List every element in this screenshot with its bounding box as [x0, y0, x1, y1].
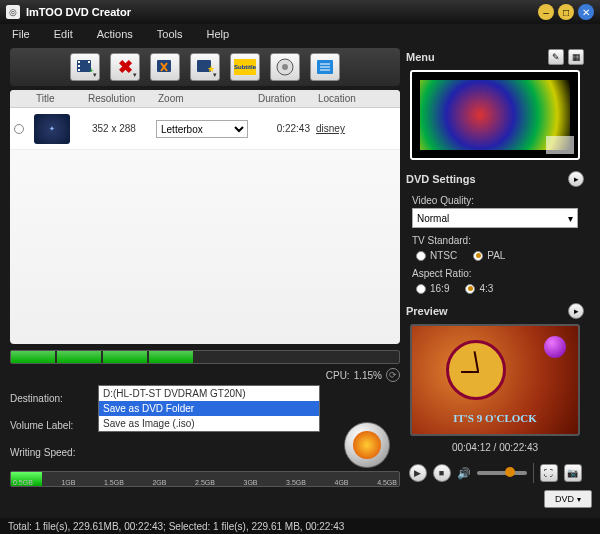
audio-button[interactable]	[270, 53, 300, 81]
time-elapsed: 00:04:12	[452, 442, 491, 453]
header-zoom[interactable]: Zoom	[152, 93, 252, 104]
delete-x-icon: ✖	[118, 56, 133, 78]
aspect-ratio-label: Aspect Ratio:	[412, 268, 584, 279]
play-button[interactable]: ▶	[409, 464, 427, 482]
video-list: Title Resolution Zoom Duration Location …	[10, 90, 400, 344]
svg-rect-2	[78, 65, 80, 67]
menu-edit-button[interactable]: ✎	[548, 49, 564, 65]
chevron-down-icon: ▾	[568, 213, 573, 224]
chevron-right-icon: ▸	[574, 174, 579, 184]
radio-ntsc[interactable]: NTSC	[416, 250, 457, 261]
list-item[interactable]: ✦ 352 x 288 Letterbox 0:22:43 disney	[10, 108, 400, 150]
burn-button[interactable]	[344, 422, 390, 468]
dropdown-option[interactable]: Save as Image (.iso)	[99, 416, 319, 431]
volume-label: Volume Label:	[10, 420, 98, 431]
dvd-settings-title: DVD Settings	[406, 173, 476, 185]
menu-actions[interactable]: Actions	[97, 28, 133, 40]
header-resolution[interactable]: Resolution	[82, 93, 152, 104]
header-title[interactable]: Title	[30, 93, 82, 104]
volume-slider[interactable]	[477, 471, 527, 475]
stop-button[interactable]: ■	[433, 464, 451, 482]
row-select-radio[interactable]	[14, 124, 24, 134]
remove-button[interactable]: ✖▾	[110, 53, 140, 81]
clip-button[interactable]	[150, 53, 180, 81]
video-preview[interactable]: IT'S 9 O'CLOCK	[410, 324, 580, 436]
list-icon	[315, 57, 335, 77]
progress-strip	[10, 350, 400, 364]
dropdown-option[interactable]: D:(HL-DT-ST DVDRAM GT20N)	[99, 386, 319, 401]
chevron-down-icon: ▾	[93, 71, 97, 79]
disc-type-select[interactable]: DVD▾	[544, 490, 592, 508]
effects-button[interactable]: ★▾	[190, 53, 220, 81]
app-title: ImTOO DVD Creator	[26, 6, 538, 18]
radio-pal[interactable]: PAL	[473, 250, 505, 261]
capacity-bar: 0.5GB 1GB 1.5GB 2GB 2.5GB 3GB 3.5GB 4GB …	[10, 471, 400, 487]
menu-templates-button[interactable]: ▦	[568, 49, 584, 65]
svg-point-10	[282, 64, 288, 70]
destination-label: Destination:	[10, 393, 98, 404]
snapshot-button[interactable]: 📷	[564, 464, 582, 482]
scissors-film-icon	[155, 57, 175, 77]
header-location[interactable]: Location	[312, 93, 392, 104]
time-total: 00:22:43	[499, 442, 538, 453]
titlebar: ◎ ImTOO DVD Creator – □ ✕	[0, 0, 600, 24]
cpu-value: 1.15%	[354, 370, 382, 381]
pencil-icon: ✎	[552, 52, 560, 62]
play-icon: ▶	[414, 468, 421, 478]
video-quality-select[interactable]: Normal ▾	[412, 208, 578, 228]
playback-controls: ▶ ■ 🔊 ⛶ 📷	[406, 463, 584, 483]
menu-help[interactable]: Help	[206, 28, 229, 40]
video-quality-label: Video Quality:	[412, 195, 584, 206]
menu-preview[interactable]	[410, 70, 580, 160]
menu-edit[interactable]: Edit	[54, 28, 73, 40]
app-icon: ◎	[6, 5, 20, 19]
clock-graphic	[446, 340, 506, 400]
chevron-down-icon: ▾	[133, 71, 137, 79]
expand-icon: ⛶	[544, 468, 553, 478]
camera-icon: 📷	[567, 468, 578, 478]
dropdown-option-selected[interactable]: Save as DVD Folder	[99, 401, 319, 416]
add-video-button[interactable]: +▾	[70, 53, 100, 81]
film-plus-icon: +	[75, 57, 95, 77]
preview-title: Preview	[406, 305, 448, 317]
cell-resolution: 352 x 288	[86, 123, 156, 134]
header-duration[interactable]: Duration	[252, 93, 312, 104]
menu-thumb-icon	[546, 136, 574, 154]
list-header: Title Resolution Zoom Duration Location	[10, 90, 400, 108]
svg-rect-4	[88, 61, 90, 63]
statusbar: Total: 1 file(s), 229.61MB, 00:22:43; Se…	[0, 518, 600, 534]
subtitle-icon: Subtitle	[234, 59, 256, 75]
stop-icon: ■	[439, 468, 444, 478]
cpu-label: CPU:	[326, 370, 350, 381]
toolbar: +▾ ✖▾ ★▾ Subtitle	[10, 48, 400, 86]
chevron-down-icon: ▾	[577, 495, 581, 504]
radio-16-9[interactable]: 16:9	[416, 283, 449, 294]
close-button[interactable]: ✕	[578, 4, 594, 20]
menu-tools[interactable]: Tools	[157, 28, 183, 40]
expand-button[interactable]: ▸	[568, 171, 584, 187]
radio-4-3[interactable]: 4:3	[465, 283, 493, 294]
video-thumbnail: ✦	[34, 114, 70, 144]
ball-graphic	[544, 336, 566, 358]
properties-button[interactable]	[310, 53, 340, 81]
chevron-down-icon: ▾	[213, 71, 217, 79]
minimize-button[interactable]: –	[538, 4, 554, 20]
destination-dropdown: D:(HL-DT-ST DVDRAM GT20N) Save as DVD Fo…	[98, 385, 320, 432]
chevron-right-icon: ▸	[574, 306, 579, 316]
subtitle-button[interactable]: Subtitle	[230, 53, 260, 81]
expand-button[interactable]: ▸	[568, 303, 584, 319]
menu-panel-title: Menu	[406, 51, 435, 63]
svg-rect-3	[78, 69, 80, 71]
writing-speed-label: Writing Speed:	[10, 447, 98, 458]
fullscreen-button[interactable]: ⛶	[540, 464, 558, 482]
menu-file[interactable]: File	[12, 28, 30, 40]
cell-duration: 0:22:43	[256, 123, 310, 134]
flame-icon	[353, 431, 381, 459]
maximize-button[interactable]: □	[558, 4, 574, 20]
speaker-icon[interactable]: 🔊	[457, 467, 471, 480]
refresh-icon[interactable]: ⟳	[386, 368, 400, 382]
film-star-icon: ★	[195, 57, 215, 77]
disc-icon	[275, 57, 295, 77]
cell-location-link[interactable]: disney	[310, 123, 370, 134]
zoom-select[interactable]: Letterbox	[156, 120, 248, 138]
